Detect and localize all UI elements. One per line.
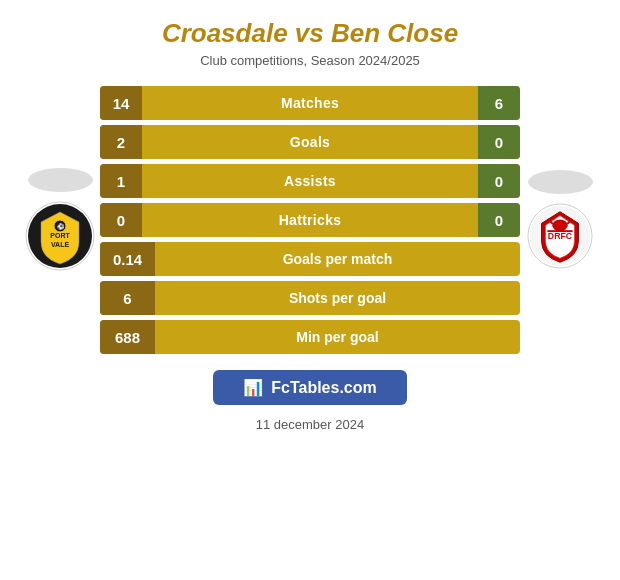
stat-row-min-per-goal: 688 Min per goal bbox=[100, 320, 520, 354]
min-per-goal-value: 688 bbox=[100, 320, 155, 354]
fctables-banner[interactable]: 📊 FcTables.com bbox=[213, 370, 407, 405]
stat-row-goals-per-match: 0.14 Goals per match bbox=[100, 242, 520, 276]
matches-left-value: 14 bbox=[100, 86, 142, 120]
fctables-label: FcTables.com bbox=[271, 379, 377, 397]
min-per-goal-label: Min per goal bbox=[155, 329, 520, 345]
svg-text:⚽: ⚽ bbox=[57, 223, 65, 231]
goals-left-value: 2 bbox=[100, 125, 142, 159]
footer-date: 11 december 2024 bbox=[256, 417, 364, 432]
hattricks-right-value: 0 bbox=[478, 203, 520, 237]
left-oval-decoration bbox=[28, 168, 93, 192]
goals-label: Goals bbox=[142, 134, 478, 150]
goals-per-match-value: 0.14 bbox=[100, 242, 155, 276]
shots-per-goal-label: Shots per goal bbox=[155, 290, 520, 306]
goals-right-value: 0 bbox=[478, 125, 520, 159]
main-container: Croasdale vs Ben Close Club competitions… bbox=[0, 0, 620, 580]
right-club-logo: DRFC bbox=[520, 170, 600, 270]
svg-text:PORT: PORT bbox=[50, 232, 70, 239]
left-club-logo: PORT VALE ⚽ bbox=[20, 168, 100, 272]
stat-row-shots-per-goal: 6 Shots per goal bbox=[100, 281, 520, 315]
doncaster-badge: DRFC bbox=[526, 202, 594, 270]
stat-row-matches: 14 Matches 6 bbox=[100, 86, 520, 120]
page-subtitle: Club competitions, Season 2024/2025 bbox=[200, 53, 420, 68]
fctables-chart-icon: 📊 bbox=[243, 378, 263, 397]
shots-per-goal-value: 6 bbox=[100, 281, 155, 315]
svg-rect-10 bbox=[556, 228, 564, 231]
stats-rows: 14 Matches 6 2 Goals 0 1 Assists 0 0 Hat… bbox=[100, 86, 520, 354]
hattricks-left-value: 0 bbox=[100, 203, 142, 237]
matches-label: Matches bbox=[142, 95, 478, 111]
stat-row-hattricks: 0 Hattricks 0 bbox=[100, 203, 520, 237]
matches-right-value: 6 bbox=[478, 86, 520, 120]
svg-text:VALE: VALE bbox=[51, 241, 69, 248]
stat-row-goals: 2 Goals 0 bbox=[100, 125, 520, 159]
assists-right-value: 0 bbox=[478, 164, 520, 198]
svg-text:DRFC: DRFC bbox=[548, 231, 573, 241]
page-title: Croasdale vs Ben Close bbox=[162, 18, 458, 49]
goals-per-match-label: Goals per match bbox=[155, 251, 520, 267]
stat-row-assists: 1 Assists 0 bbox=[100, 164, 520, 198]
stats-section: PORT VALE ⚽ 14 Matches 6 2 Goals 0 1 Ass… bbox=[20, 86, 600, 354]
hattricks-label: Hattricks bbox=[142, 212, 478, 228]
assists-left-value: 1 bbox=[100, 164, 142, 198]
port-vale-badge: PORT VALE ⚽ bbox=[24, 200, 96, 272]
assists-label: Assists bbox=[142, 173, 478, 189]
right-oval-decoration bbox=[528, 170, 593, 194]
